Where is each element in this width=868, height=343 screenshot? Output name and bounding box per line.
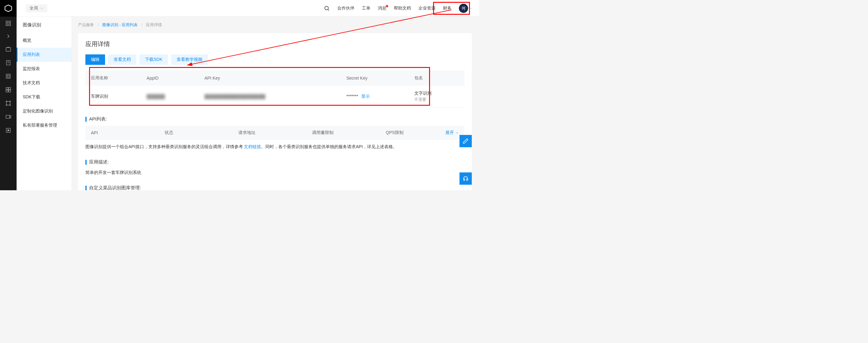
sidenav-item-app-list[interactable]: 应用列表	[17, 48, 71, 62]
svg-marker-24	[9, 116, 11, 118]
scope-selector[interactable]: 全局	[26, 4, 47, 12]
sidenav-item-docs[interactable]: 技术文档	[17, 76, 71, 90]
api-list-title: API列表:	[85, 116, 464, 122]
crumb-sep: /	[141, 23, 143, 27]
svg-rect-5	[6, 48, 11, 51]
nav-messages[interactable]: 消息	[378, 5, 386, 11]
rail-item-doc[interactable]	[0, 56, 17, 69]
action-buttons: 编辑 查看文档 下载SDK 查看教学视频	[85, 54, 464, 65]
svg-rect-2	[9, 21, 11, 23]
view-video-button[interactable]: 查看教学视频	[171, 54, 208, 65]
top-header: 全局 合作伙伴 工单 消息 帮助文档 企业资源 财务 何	[17, 0, 479, 17]
sidenav-item-private[interactable]: 私有部署服务管理	[17, 118, 71, 133]
api-col-url: 请求地址	[233, 126, 307, 140]
appid-masked: ██████	[147, 94, 165, 99]
nav-messages-label: 消息	[378, 5, 386, 11]
api-col-api: API	[85, 126, 159, 140]
rail-item-nodes[interactable]	[0, 96, 17, 110]
breadcrumb: 产品服务 / 图像识别 - 应用列表 / 应用详情	[78, 17, 472, 33]
nav-help[interactable]: 帮助文档	[394, 5, 411, 11]
svg-point-15	[6, 101, 7, 102]
expand-label: 展开	[445, 130, 454, 136]
sidenav-item-overview[interactable]: 概览	[17, 33, 71, 48]
avatar: 何	[459, 4, 468, 13]
chevron-down-icon	[40, 6, 43, 10]
th-appid: AppID	[141, 70, 199, 86]
svg-rect-12	[9, 88, 11, 90]
svg-rect-3	[6, 24, 8, 26]
svg-point-16	[9, 101, 10, 102]
show-secret-link[interactable]: 显示	[361, 94, 370, 99]
rail-item-frame[interactable]	[0, 69, 17, 83]
rail-item-play[interactable]	[0, 123, 17, 137]
apikey-masked: ████████████████████	[205, 94, 266, 99]
headset-icon	[463, 175, 469, 182]
download-sdk-button[interactable]: 下载SDK	[140, 54, 168, 65]
side-nav: 图像识别 概览 应用列表 监控报表 技术文档 SDK下载 定制化图像识别 私有部…	[17, 17, 72, 190]
svg-rect-10	[7, 75, 9, 78]
rail-item-expand[interactable]	[0, 30, 17, 42]
crumb-root: 产品服务	[78, 23, 94, 27]
crumb-link[interactable]: 图像识别 - 应用列表	[102, 23, 138, 27]
svg-point-18	[9, 105, 10, 106]
svg-rect-11	[6, 88, 8, 90]
sidenav-item-monitor[interactable]: 监控报表	[17, 62, 71, 76]
api-col-limit: 调用量限制	[307, 126, 380, 140]
edit-button[interactable]: 编辑	[85, 54, 105, 65]
nav-enterprise[interactable]: 企业资源	[418, 5, 436, 11]
rail-item-grid2[interactable]	[0, 83, 17, 96]
app-desc-body: 简单的开发一套车牌识别系统	[85, 169, 464, 176]
gallery-section: 自定义菜品识别图库管理:	[85, 185, 464, 190]
api-list-header: API 状态 请求地址 调用量限制 QPS限制 展开	[85, 126, 464, 140]
api-col-qps: QPS限制	[380, 126, 440, 140]
sidenav-item-sdk[interactable]: SDK下载	[17, 90, 71, 104]
sidenav-title: 图像识别	[17, 17, 71, 33]
scope-label: 全局	[30, 5, 38, 11]
api-desc-suffix: 。同时，各个垂类识别服务也提供单独的服务请求API，详见上述表格。	[261, 144, 397, 149]
app-desc-section: 应用描述: 简单的开发一套车牌识别系统	[85, 159, 464, 176]
table-row: 车牌识别 ██████ ████████████████████ *******…	[85, 86, 464, 108]
app-credentials-table: 应用名称 AppID API Key Secret Key 包名 车牌识别 ██…	[85, 70, 464, 108]
rail-item-products[interactable]	[0, 42, 17, 56]
crumb-sep: /	[98, 23, 99, 27]
chevron-down-icon	[455, 131, 459, 135]
svg-rect-1	[6, 21, 8, 23]
edit-icon	[463, 138, 469, 144]
svg-line-28	[328, 9, 329, 10]
nav-tickets[interactable]: 工单	[362, 5, 370, 11]
notification-dot-icon	[386, 5, 388, 7]
detail-card: 应用详情 编辑 查看文档 下载SDK 查看教学视频 应用名称 AppID API…	[78, 33, 472, 190]
fab-support[interactable]	[460, 172, 472, 185]
package-main: 文字识别	[414, 91, 459, 96]
main-content: 产品服务 / 图像识别 - 应用列表 / 应用详情 应用详情 编辑 查看文档 下…	[72, 17, 472, 190]
page-title: 应用详情	[85, 40, 464, 48]
nav-partners[interactable]: 合作伙伴	[337, 5, 354, 11]
cell-package: 文字识别 不需要	[409, 86, 464, 108]
chevron-down-icon	[469, 6, 473, 10]
sidenav-item-custom[interactable]: 定制化图像识别	[17, 104, 71, 118]
gallery-title: 自定义菜品识别图库管理:	[85, 185, 464, 190]
api-desc-prefix: 图像识别提供一个组合API接口，支持多种垂类识别服务的灵活组合调用，详情参考	[85, 144, 244, 149]
th-apikey: API Key	[199, 70, 341, 86]
svg-rect-13	[6, 90, 8, 92]
svg-point-27	[324, 6, 328, 10]
api-description: 图像识别提供一个组合API接口，支持多种垂类识别服务的灵活组合调用，详情参考 文…	[85, 143, 464, 151]
fab-edit[interactable]	[460, 135, 472, 147]
nav-finance[interactable]: 财务	[443, 5, 452, 11]
search-button[interactable]	[324, 5, 330, 11]
view-docs-button[interactable]: 查看文档	[108, 54, 136, 65]
svg-marker-26	[8, 130, 9, 132]
rail-item-dashboard[interactable]	[0, 17, 17, 30]
crumb-current: 应用详情	[146, 23, 162, 27]
th-app-name: 应用名称	[85, 70, 141, 86]
package-sub: 不需要	[414, 97, 459, 102]
user-menu[interactable]: 何	[459, 4, 473, 13]
brand-logo[interactable]	[0, 0, 17, 17]
rail-item-video[interactable]	[0, 110, 17, 123]
svg-rect-9	[6, 74, 10, 78]
api-list-section: API列表: API 状态 请求地址 调用量限制 QPS限制 展开 图像识别提供…	[85, 116, 464, 151]
api-col-status: 状态	[159, 126, 233, 140]
search-icon	[324, 5, 330, 11]
svg-rect-4	[9, 24, 11, 26]
api-doc-link[interactable]: 文档链接	[244, 144, 261, 149]
